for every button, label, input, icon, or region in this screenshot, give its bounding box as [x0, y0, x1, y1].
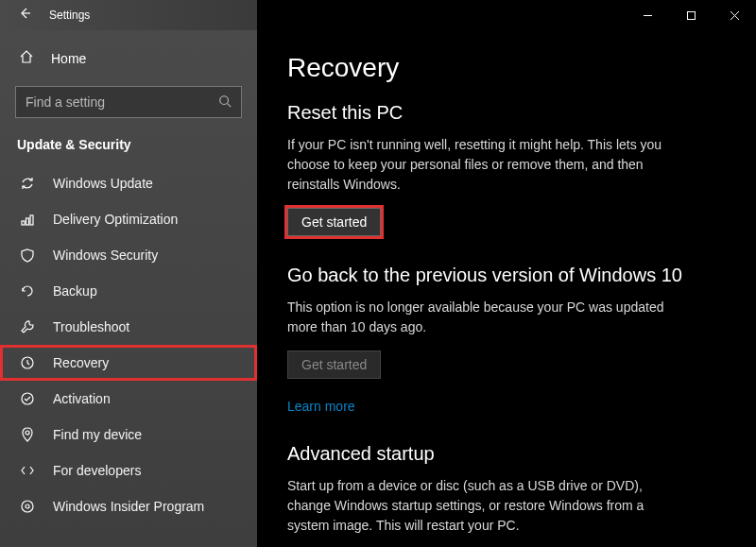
maximize-button[interactable] — [669, 0, 713, 30]
sidebar-item-label: Windows Insider Program — [53, 499, 204, 514]
svg-point-11 — [22, 393, 33, 404]
window-title: Settings — [49, 9, 90, 22]
sidebar-item-label: Delivery Optimization — [53, 212, 178, 227]
titlebar: Settings — [0, 0, 756, 30]
sidebar-item-label: Find my device — [53, 427, 142, 442]
reset-this-pc-section: Reset this PC If your PC isn't running w… — [287, 102, 726, 236]
sidebar-item-label: Activation — [53, 391, 111, 406]
sync-icon — [19, 176, 36, 191]
code-icon — [19, 463, 36, 478]
svg-point-13 — [22, 501, 33, 512]
svg-rect-9 — [30, 215, 33, 225]
learn-more-link[interactable]: Learn more — [287, 399, 355, 414]
go-back-heading: Go back to the previous version of Windo… — [287, 265, 726, 286]
reset-get-started-button[interactable]: Get started — [287, 208, 381, 236]
location-icon — [19, 427, 36, 442]
sidebar-item-windows-insider[interactable]: Windows Insider Program — [0, 488, 257, 524]
svg-point-5 — [220, 95, 229, 104]
search-icon — [218, 94, 232, 111]
sidebar-item-label: Recovery — [53, 355, 109, 370]
svg-point-12 — [26, 431, 29, 435]
svg-rect-8 — [26, 218, 29, 225]
advanced-description: Start up from a device or disc (such as … — [287, 476, 665, 536]
recovery-icon — [19, 355, 36, 370]
sidebar-item-label: For developers — [53, 463, 141, 478]
backup-icon — [19, 283, 36, 299]
search-input[interactable] — [26, 94, 218, 110]
minimize-button[interactable] — [626, 0, 669, 30]
svg-rect-2 — [687, 11, 695, 19]
sidebar-item-recovery[interactable]: Recovery — [0, 345, 257, 381]
insider-icon — [19, 499, 36, 514]
wrench-icon — [19, 319, 36, 334]
sidebar-item-windows-update[interactable]: Windows Update — [0, 165, 257, 201]
check-icon — [19, 391, 36, 406]
home-icon — [19, 49, 34, 67]
sidebar-item-label: Backup — [53, 283, 97, 299]
page-title: Recovery — [287, 53, 726, 83]
sidebar-item-label: Troubleshoot — [53, 319, 129, 334]
main-content: Recovery Reset this PC If your PC isn't … — [257, 30, 756, 547]
optimize-icon — [19, 212, 36, 227]
svg-point-14 — [26, 504, 29, 508]
search-input-wrapper[interactable] — [15, 86, 242, 118]
home-link[interactable]: Home — [0, 40, 257, 77]
sidebar-item-troubleshoot[interactable]: Troubleshoot — [0, 309, 257, 345]
close-button[interactable] — [713, 0, 756, 30]
sidebar-item-activation[interactable]: Activation — [0, 381, 257, 417]
svg-line-6 — [228, 103, 232, 107]
sidebar-section-header: Update & Security — [0, 133, 257, 165]
advanced-heading: Advanced startup — [287, 443, 726, 465]
reset-heading: Reset this PC — [287, 102, 726, 124]
sidebar-item-label: Windows Security — [53, 248, 158, 263]
svg-rect-7 — [22, 221, 25, 225]
reset-description: If your PC isn't running well, resetting… — [287, 135, 665, 195]
shield-icon — [19, 248, 36, 263]
advanced-startup-section: Advanced startup Start up from a device … — [287, 443, 726, 547]
sidebar-item-label: Windows Update — [53, 176, 153, 191]
sidebar: Home Update & Security Windows Update De… — [0, 30, 257, 547]
back-icon[interactable] — [17, 6, 32, 25]
go-back-section: Go back to the previous version of Windo… — [287, 265, 726, 415]
home-label: Home — [51, 51, 86, 66]
go-back-get-started-button: Get started — [287, 350, 381, 379]
sidebar-item-find-my-device[interactable]: Find my device — [0, 417, 257, 453]
go-back-description: This option is no longer available becau… — [287, 298, 665, 337]
sidebar-item-backup[interactable]: Backup — [0, 273, 257, 309]
sidebar-item-for-developers[interactable]: For developers — [0, 453, 257, 488]
sidebar-item-windows-security[interactable]: Windows Security — [0, 237, 257, 273]
sidebar-item-delivery-optimization[interactable]: Delivery Optimization — [0, 201, 257, 237]
